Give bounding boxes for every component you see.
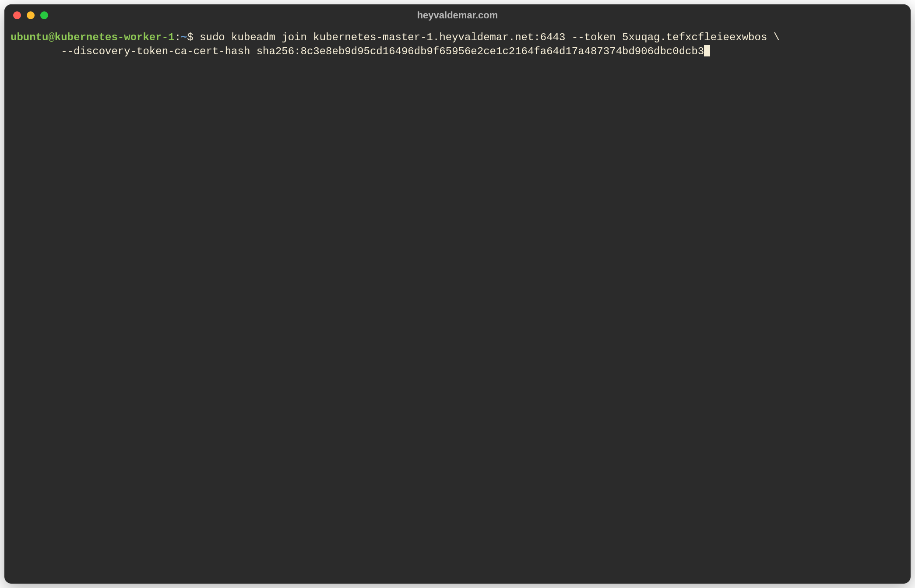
prompt-symbol: $: [187, 32, 193, 43]
close-icon[interactable]: [13, 11, 21, 19]
maximize-icon[interactable]: [40, 11, 48, 19]
cursor-icon: [704, 45, 710, 56]
window-title: heyvaldemar.com: [417, 10, 498, 21]
command-line-2: --discovery-token-ca-cert-hash sha256:8c…: [11, 46, 704, 57]
terminal-window: heyvaldemar.com ubuntu@kubernetes-worker…: [4, 4, 911, 584]
window-titlebar: heyvaldemar.com: [4, 4, 911, 26]
traffic-lights: [13, 11, 48, 19]
prompt-path: ~: [181, 32, 187, 43]
terminal-body[interactable]: ubuntu@kubernetes-worker-1:~$ sudo kubea…: [4, 26, 911, 584]
prompt-separator: :: [174, 32, 180, 43]
command-line-1: sudo kubeadm join kubernetes-master-1.he…: [194, 32, 780, 43]
minimize-icon[interactable]: [27, 11, 35, 19]
prompt-user-host: ubuntu@kubernetes-worker-1: [11, 32, 174, 43]
